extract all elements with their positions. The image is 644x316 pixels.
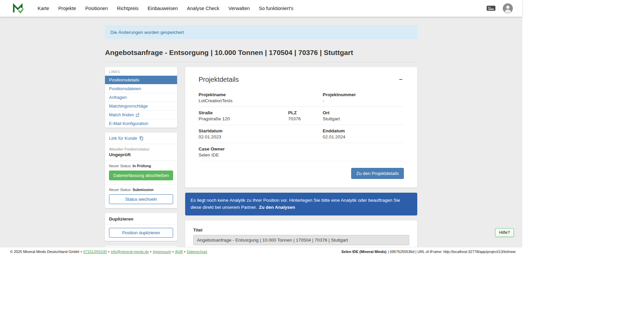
sidebar-item-matchingvorschlaege[interactable]: Matchingvorschläge	[105, 102, 177, 110]
startdatum-label: Startdatum	[199, 128, 323, 133]
nav-item-richtpreis[interactable]: Richtpreis	[117, 6, 139, 11]
footer-separator: •	[184, 250, 185, 254]
main-content: Die Änderungen wurden gespeichert Angebo…	[0, 17, 522, 247]
projektname-label: Projektname	[199, 92, 323, 97]
project-details-heading: Projektdetails	[199, 76, 239, 83]
footer: © 2025 Mineral Minds Deutschland GmbH • …	[0, 247, 522, 256]
sidebar-item-positionsdetails[interactable]: Positionsdetails	[105, 75, 177, 84]
customer-link[interactable]: Link für Kunde	[105, 133, 177, 144]
footer-separator: •	[150, 250, 152, 254]
strasse-value: Pragstraße 120	[199, 116, 288, 121]
app-frame: Karte Projekte Positionen Richtpreis Ein…	[0, 0, 522, 256]
duplicate-card: Duplizieren Position duplizieren	[105, 213, 177, 241]
project-row-address: Straße Pragstraße 120 PLZ 70376 Ort Stut…	[199, 107, 404, 125]
complete-data-entry-button[interactable]: Datenerfassung abschließen	[109, 171, 173, 180]
nav-item-positionen[interactable]: Positionen	[85, 6, 108, 11]
detail-column: Projektdetails − Projektname LotCreation…	[185, 67, 417, 247]
current-status-value: Ungeprüft	[109, 152, 173, 157]
sidebar-item-label: Matchingvorschläge	[109, 104, 148, 109]
sidebar-item-label: Match finden	[109, 112, 134, 117]
plz-label: PLZ	[288, 110, 323, 115]
footer-separator: •	[80, 250, 82, 254]
switch-status-button[interactable]: Status wechseln	[109, 194, 173, 204]
sidebar-item-label: Positionsdateien	[109, 86, 141, 91]
analytics-banner: Es liegt noch keine Analytik zu Ihrer Po…	[185, 193, 417, 215]
user-avatar[interactable]	[503, 3, 513, 13]
project-row-name-number: Projektname LotCreationTests Projektnumm…	[199, 89, 404, 107]
duplicate-heading: Duplizieren	[105, 213, 177, 225]
nav-item-karte[interactable]: Karte	[38, 6, 49, 11]
projektname-value: LotCreationTests	[199, 98, 323, 103]
footer-right: Selen IDE (Mineral Minds) | 69576255536d…	[341, 250, 516, 254]
go-to-analyses-link[interactable]: Zu den Analysen	[259, 205, 295, 210]
footer-datenschutz-link[interactable]: Datenschutz	[187, 250, 207, 254]
next-status-value: In Prüfung	[132, 164, 151, 168]
sidebar-item-email-konfiguration[interactable]: E-Mail Konfiguration	[105, 119, 177, 128]
nav-menu: Karte Projekte Positionen Richtpreis Ein…	[38, 6, 293, 11]
footer-phone-link[interactable]: 07151/250100	[83, 250, 107, 254]
next-status-label: Neuer Status:	[109, 164, 131, 168]
current-status-label: Aktueller Positionsstatus:	[109, 147, 173, 151]
ort-label: Ort	[323, 110, 404, 115]
footer-session-info: | 69576255536d | URL of iFrame: http://l…	[388, 250, 516, 254]
current-status-block: Aktueller Positionsstatus: Ungeprüft	[105, 144, 177, 161]
go-to-project-details-button[interactable]: Zu den Projektdetails	[351, 168, 404, 179]
sidebar-item-label: E-Mail Konfiguration	[109, 121, 148, 126]
case-owner-value: Selen IDE	[199, 152, 404, 157]
server-icon[interactable]	[486, 4, 496, 13]
sidebar-item-positionsdateien[interactable]: Positionsdateien	[105, 84, 177, 93]
help-button[interactable]: Hilfe?	[495, 228, 514, 237]
project-row-case-owner: Case Owner Selen IDE	[199, 143, 404, 161]
sidebar-links-card: LINKS Positionsdetails Positionsdateien …	[105, 67, 177, 128]
projektnummer-value: -	[323, 98, 404, 103]
titel-group: Titel Erhält den von uns vorgegebenen Ti…	[193, 228, 409, 247]
nav-item-einbauweisen[interactable]: Einbauweisen	[148, 6, 178, 11]
strasse-label: Straße	[199, 110, 288, 115]
titel-input	[193, 235, 409, 245]
startdatum-value: 02.01.2023	[199, 134, 323, 139]
sidebar: LINKS Positionsdetails Positionsdateien …	[105, 67, 177, 247]
sidebar-item-anfragen[interactable]: Anfragen	[105, 93, 177, 102]
enddatum-value: 02.01.2024	[323, 134, 404, 139]
next-status-value: Submission	[132, 188, 153, 192]
footer-copyright: © 2025 Mineral Minds Deutschland GmbH	[10, 250, 79, 254]
page-title: Angebotsanfrage - Entsorgung | 10.000 To…	[105, 49, 417, 62]
nav-item-projekte[interactable]: Projekte	[58, 6, 76, 11]
projektnummer-label: Projektnummer	[323, 92, 404, 97]
ort-value: Stuttgart	[323, 116, 404, 121]
sidebar-item-label: Anfragen	[109, 95, 127, 100]
sidebar-item-label: Positionsdetails	[109, 77, 139, 82]
app-logo[interactable]	[12, 3, 23, 14]
footer-impressum-link[interactable]: Impressum	[153, 250, 171, 254]
footer-separator: •	[108, 250, 109, 254]
project-details-card: Projektdetails − Projektname LotCreation…	[185, 67, 417, 188]
links-header: LINKS	[105, 67, 177, 75]
next-status-block-submission: Neuer Status:Submission Status wechseln	[105, 185, 177, 208]
next-status-label: Neuer Status:	[109, 188, 131, 192]
status-card: Link für Kunde Aktueller Positionsstatus…	[105, 133, 177, 208]
footer-separator: •	[172, 250, 174, 254]
sidebar-item-match-finden[interactable]: Match finden	[105, 110, 177, 119]
footer-left: © 2025 Mineral Minds Deutschland GmbH • …	[10, 250, 207, 254]
analytics-banner-text: Es liegt noch keine Analytik zu Ihrer Po…	[191, 198, 400, 210]
nav-item-verwalten[interactable]: Verwalten	[228, 6, 250, 11]
save-success-alert: Die Änderungen wurden gespeichert	[105, 25, 417, 39]
footer-agb-link[interactable]: AGB	[175, 250, 183, 254]
customer-link-label: Link für Kunde	[109, 136, 137, 141]
position-form-card: Titel Erhält den von uns vorgegebenen Ti…	[185, 220, 417, 247]
copy-icon	[139, 136, 144, 140]
external-link-icon	[136, 113, 140, 117]
footer-email-link[interactable]: info@mineral-minds.de	[111, 250, 149, 254]
case-owner-label: Case Owner	[199, 146, 404, 151]
nav-item-so-funktionierts[interactable]: So funktioniert's	[259, 6, 293, 11]
collapse-icon[interactable]: −	[397, 76, 404, 83]
nav-right-icons	[486, 3, 513, 13]
logo-icon	[12, 3, 23, 14]
plz-value: 70376	[288, 116, 323, 121]
nav-item-analyse-check[interactable]: Analyse Check	[187, 6, 219, 11]
next-status-block-pruefung: Neuer Status:In Prüfung Datenerfassung a…	[105, 161, 177, 185]
duplicate-position-button[interactable]: Position duplizieren	[109, 228, 173, 238]
footer-user-info: Selen IDE (Mineral Minds)	[341, 250, 386, 254]
enddatum-label: Enddatum	[323, 128, 404, 133]
top-nav: Karte Projekte Positionen Richtpreis Ein…	[0, 0, 522, 17]
